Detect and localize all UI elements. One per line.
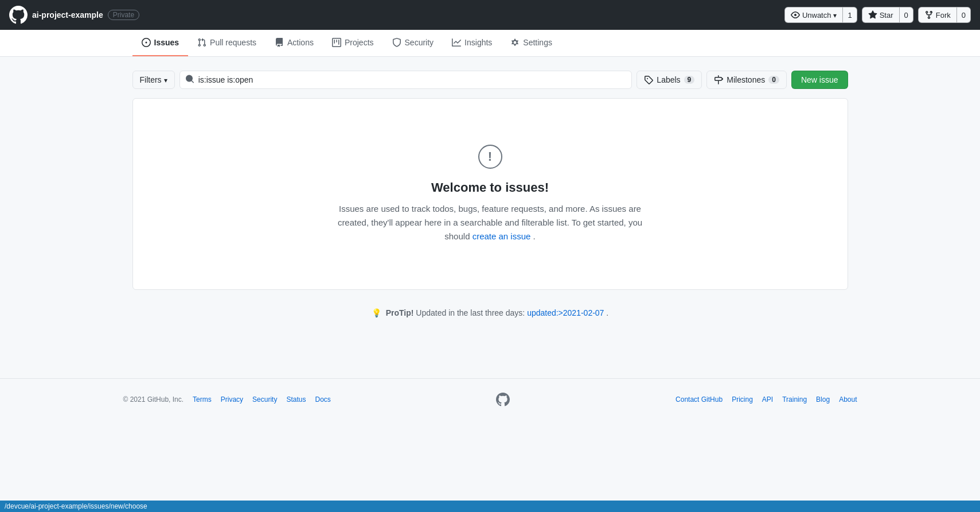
footer-left: © 2021 GitHub, Inc. Terms Privacy Securi… (123, 395, 331, 404)
fork-button[interactable]: Fork (918, 7, 956, 23)
filters-label: Filters (140, 75, 162, 84)
star-label: Star (880, 11, 893, 20)
empty-state-title: Welcome to issues! (431, 180, 549, 195)
fork-button-group: Fork 0 (918, 7, 971, 23)
unwatch-label: Unwatch (802, 11, 831, 20)
tab-actions-label: Actions (287, 38, 314, 47)
repository-name: ai-project-example (32, 10, 103, 20)
issues-icon (142, 38, 151, 47)
footer-github-logo (496, 393, 510, 406)
footer-link-pricing[interactable]: Pricing (732, 395, 753, 404)
actions-icon (275, 38, 284, 47)
footer-link-about[interactable]: About (839, 395, 857, 404)
star-count: 0 (904, 11, 908, 20)
labels-label: Labels (657, 75, 680, 84)
tab-issues[interactable]: Issues (132, 30, 189, 56)
search-icon (185, 75, 194, 86)
protip-link[interactable]: updated:>2021-02-07 (527, 308, 604, 317)
tab-projects[interactable]: Projects (323, 30, 383, 56)
fork-label: Fork (936, 11, 951, 20)
milestone-icon (714, 75, 723, 84)
footer-link-docs[interactable]: Docs (315, 395, 330, 404)
projects-icon (332, 38, 341, 47)
repo-navigation: Issues Pull requests Actions Projects (123, 30, 857, 56)
filters-dropdown-icon (164, 75, 167, 84)
filter-bar: Filters Labels 9 Milestones 0 New issue (132, 71, 848, 89)
search-bar-container (179, 71, 632, 89)
tab-pull-requests[interactable]: Pull requests (188, 30, 266, 56)
milestones-label: Milestones (727, 75, 765, 84)
tab-projects-label: Projects (345, 38, 374, 47)
lightbulb-icon: 💡 (372, 308, 381, 317)
footer-link-blog[interactable]: Blog (816, 395, 830, 404)
tab-security[interactable]: Security (383, 30, 443, 56)
footer-links-left: © 2021 GitHub, Inc. Terms Privacy Securi… (123, 395, 331, 404)
tab-settings-label: Settings (523, 38, 552, 47)
unwatch-dropdown-icon (833, 11, 837, 20)
privacy-badge: Private (108, 10, 139, 20)
top-bar-right: Unwatch 1 Star 0 Fork 0 (784, 7, 971, 23)
status-url: /devcue/ai-project-example/issues/new/ch… (5, 502, 147, 510)
insights-icon (452, 38, 461, 47)
tab-actions[interactable]: Actions (266, 30, 323, 56)
security-icon (392, 38, 401, 47)
fork-icon (924, 10, 934, 20)
milestones-count: 0 (768, 76, 779, 84)
tab-insights-label: Insights (464, 38, 492, 47)
repo-link[interactable]: ai-project-example (32, 10, 103, 20)
footer-link-training[interactable]: Training (782, 395, 807, 404)
pr-icon (197, 38, 206, 47)
tab-pr-label: Pull requests (210, 38, 256, 47)
footer-link-status[interactable]: Status (286, 395, 306, 404)
footer-link-api[interactable]: API (762, 395, 773, 404)
star-icon (868, 10, 877, 20)
footer: © 2021 GitHub, Inc. Terms Privacy Securi… (0, 378, 980, 420)
filters-button[interactable]: Filters (132, 71, 175, 89)
labels-button[interactable]: Labels 9 (637, 71, 702, 89)
eye-icon (791, 10, 800, 20)
milestones-button[interactable]: Milestones 0 (706, 71, 787, 89)
protip-middle: Updated in the last three days: (416, 308, 527, 317)
top-navigation-bar: ai-project-example Private Unwatch 1 Sta… (0, 0, 980, 30)
label-icon (644, 75, 653, 84)
empty-issues-icon: ! (478, 145, 502, 169)
footer-right: Contact GitHub Pricing API Training Blog… (676, 395, 857, 404)
tab-settings[interactable]: Settings (501, 30, 561, 56)
footer-link-terms[interactable]: Terms (193, 395, 212, 404)
github-logo-icon[interactable] (9, 6, 28, 24)
status-bar: /devcue/ai-project-example/issues/new/ch… (0, 501, 980, 512)
unwatch-count-btn[interactable]: 1 (842, 7, 857, 23)
copyright: © 2021 GitHub, Inc. (123, 395, 184, 404)
empty-state: ! Welcome to issues! Issues are used to … (133, 99, 848, 289)
top-bar-left: ai-project-example Private (9, 6, 139, 24)
star-button[interactable]: Star (862, 7, 899, 23)
tab-issues-label: Issues (154, 38, 179, 47)
labels-count: 9 (684, 76, 695, 84)
fork-count: 0 (962, 11, 966, 20)
footer-link-security[interactable]: Security (252, 395, 277, 404)
footer-link-contact[interactable]: Contact GitHub (676, 395, 723, 404)
issues-container: ! Welcome to issues! Issues are used to … (132, 98, 848, 290)
tab-insights[interactable]: Insights (443, 30, 501, 56)
search-input[interactable] (179, 71, 632, 89)
pro-tip: 💡 ProTip! Updated in the last three days… (132, 308, 848, 317)
footer-inner: © 2021 GitHub, Inc. Terms Privacy Securi… (123, 393, 857, 406)
footer-center (496, 393, 510, 406)
empty-state-description: Issues are used to track todos, bugs, fe… (335, 202, 645, 243)
footer-links-right: Contact GitHub Pricing API Training Blog… (676, 395, 857, 404)
tab-security-label: Security (405, 38, 434, 47)
new-issue-button[interactable]: New issue (791, 71, 848, 89)
settings-icon (510, 38, 520, 47)
unwatch-button[interactable]: Unwatch (784, 7, 843, 23)
unwatch-count: 1 (848, 11, 852, 20)
main-content: Filters Labels 9 Milestones 0 New issue … (123, 57, 857, 344)
create-issue-link[interactable]: create an issue (473, 231, 531, 241)
protip-label: ProTip! (386, 308, 414, 317)
protip-after: . (606, 308, 608, 317)
repo-header: Issues Pull requests Actions Projects (0, 30, 980, 57)
fork-count-btn[interactable]: 0 (956, 7, 971, 23)
star-count-btn[interactable]: 0 (899, 7, 913, 23)
unwatch-button-group: Unwatch 1 (784, 7, 857, 23)
empty-desc-after: . (533, 231, 536, 241)
footer-link-privacy[interactable]: Privacy (221, 395, 243, 404)
